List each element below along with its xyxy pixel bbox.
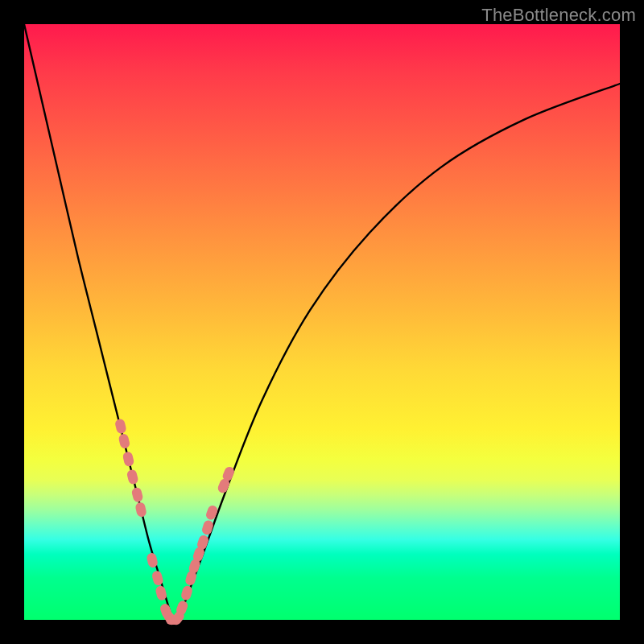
data-point — [126, 469, 139, 485]
plot-area — [24, 24, 620, 620]
watermark-text: TheBottleneck.com — [481, 5, 636, 26]
data-point — [118, 433, 130, 449]
data-point — [204, 504, 219, 521]
data-point — [201, 519, 215, 536]
data-point — [134, 502, 147, 518]
data-point-markers — [114, 418, 236, 626]
data-point — [131, 486, 144, 502]
data-point — [114, 418, 127, 434]
bottleneck-curve — [24, 24, 620, 622]
data-point — [122, 451, 135, 467]
chart-svg — [24, 24, 620, 620]
